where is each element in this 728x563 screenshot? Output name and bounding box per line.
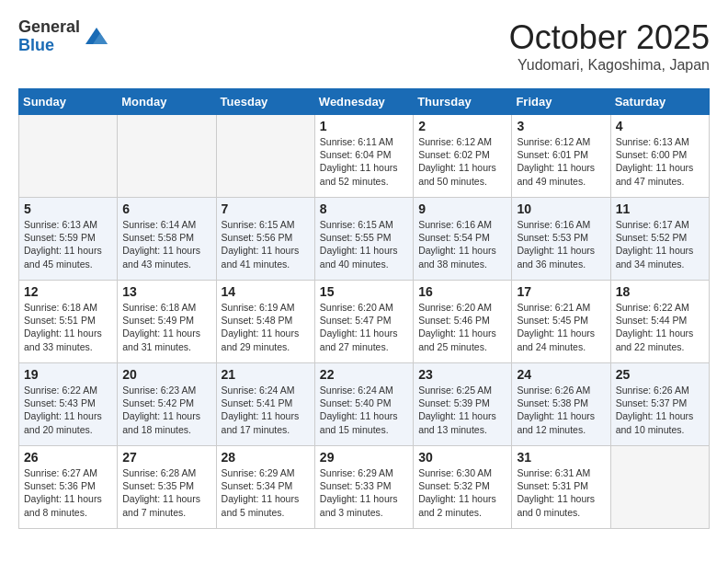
calendar-table: SundayMondayTuesdayWednesdayThursdayFrid… [18,88,710,529]
calendar-day-11: 11Sunrise: 6:17 AM Sunset: 5:52 PM Dayli… [610,198,709,281]
calendar-empty-cell [610,446,709,529]
calendar-day-27: 27Sunrise: 6:28 AM Sunset: 5:35 PM Dayli… [118,446,216,529]
cell-sun-info: Sunrise: 6:24 AM Sunset: 5:41 PM Dayligh… [222,384,310,436]
cell-sun-info: Sunrise: 6:29 AM Sunset: 5:33 PM Dayligh… [320,466,408,519]
cell-sun-info: Sunrise: 6:26 AM Sunset: 5:37 PM Dayligh… [616,384,704,436]
cell-sun-info: Sunrise: 6:13 AM Sunset: 6:00 PM Dayligh… [616,135,704,188]
calendar-day-21: 21Sunrise: 6:24 AM Sunset: 5:41 PM Dayli… [216,363,314,446]
cell-sun-info: Sunrise: 6:16 AM Sunset: 5:53 PM Dayligh… [517,218,605,270]
date-number: 7 [222,201,310,216]
cell-sun-info: Sunrise: 6:15 AM Sunset: 5:56 PM Dayligh… [222,218,310,270]
cell-sun-info: Sunrise: 6:26 AM Sunset: 5:38 PM Dayligh… [517,384,605,436]
cell-sun-info: Sunrise: 6:16 AM Sunset: 5:54 PM Dayligh… [418,218,506,270]
date-number: 11 [616,201,704,216]
calendar-day-28: 28Sunrise: 6:29 AM Sunset: 5:34 PM Dayli… [216,446,314,529]
calendar-day-16: 16Sunrise: 6:20 AM Sunset: 5:46 PM Dayli… [414,281,512,363]
calendar-day-9: 9Sunrise: 6:16 AM Sunset: 5:54 PM Daylig… [414,198,512,281]
calendar-day-14: 14Sunrise: 6:19 AM Sunset: 5:48 PM Dayli… [216,281,314,363]
date-number: 31 [517,450,605,465]
cell-sun-info: Sunrise: 6:12 AM Sunset: 6:01 PM Dayligh… [517,135,605,188]
calendar-day-23: 23Sunrise: 6:25 AM Sunset: 5:39 PM Dayli… [414,363,512,446]
cell-sun-info: Sunrise: 6:20 AM Sunset: 5:46 PM Dayligh… [418,301,506,353]
calendar-week-row: 5Sunrise: 6:13 AM Sunset: 5:59 PM Daylig… [19,198,710,281]
title-block: October 2025 Yudomari, Kagoshima, Japan [509,18,710,74]
cell-sun-info: Sunrise: 6:27 AM Sunset: 5:36 PM Dayligh… [24,466,112,519]
calendar-empty-cell [19,115,118,198]
day-header-thursday: Thursday [414,89,512,115]
calendar-day-15: 15Sunrise: 6:20 AM Sunset: 5:47 PM Dayli… [314,281,413,363]
calendar-day-24: 24Sunrise: 6:26 AM Sunset: 5:38 PM Dayli… [512,363,610,446]
cell-sun-info: Sunrise: 6:18 AM Sunset: 5:51 PM Dayligh… [24,301,112,353]
calendar-week-row: 1Sunrise: 6:11 AM Sunset: 6:04 PM Daylig… [19,115,710,198]
calendar-day-7: 7Sunrise: 6:15 AM Sunset: 5:56 PM Daylig… [216,198,314,281]
day-header-monday: Monday [118,89,216,115]
date-number: 12 [24,284,112,299]
day-header-saturday: Saturday [610,89,709,115]
cell-sun-info: Sunrise: 6:18 AM Sunset: 5:49 PM Dayligh… [122,301,210,353]
calendar-week-row: 19Sunrise: 6:22 AM Sunset: 5:43 PM Dayli… [19,363,710,446]
logo-general-text: General [18,18,80,37]
date-number: 24 [517,367,605,382]
calendar-day-17: 17Sunrise: 6:21 AM Sunset: 5:45 PM Dayli… [512,281,610,363]
cell-sun-info: Sunrise: 6:23 AM Sunset: 5:42 PM Dayligh… [122,384,210,436]
cell-sun-info: Sunrise: 6:21 AM Sunset: 5:45 PM Dayligh… [517,301,605,353]
date-number: 13 [122,284,210,299]
date-number: 23 [418,367,506,382]
date-number: 1 [320,119,408,133]
month-title: October 2025 [509,18,710,57]
cell-sun-info: Sunrise: 6:25 AM Sunset: 5:39 PM Dayligh… [418,384,506,436]
date-number: 19 [24,367,112,382]
cell-sun-info: Sunrise: 6:13 AM Sunset: 5:59 PM Dayligh… [24,218,112,270]
logo: General Blue [18,18,109,55]
date-number: 9 [418,201,506,216]
calendar-day-29: 29Sunrise: 6:29 AM Sunset: 5:33 PM Dayli… [314,446,413,529]
cell-sun-info: Sunrise: 6:20 AM Sunset: 5:47 PM Dayligh… [320,301,408,353]
cell-sun-info: Sunrise: 6:17 AM Sunset: 5:52 PM Dayligh… [616,218,704,270]
location: Yudomari, Kagoshima, Japan [509,57,710,74]
calendar-day-22: 22Sunrise: 6:24 AM Sunset: 5:40 PM Dayli… [314,363,413,446]
date-number: 28 [222,450,310,465]
date-number: 4 [616,119,704,133]
calendar-day-12: 12Sunrise: 6:18 AM Sunset: 5:51 PM Dayli… [19,281,118,363]
calendar-empty-cell [216,115,314,198]
day-header-sunday: Sunday [19,89,118,115]
calendar-day-19: 19Sunrise: 6:22 AM Sunset: 5:43 PM Dayli… [19,363,118,446]
date-number: 3 [517,119,605,133]
calendar-day-26: 26Sunrise: 6:27 AM Sunset: 5:36 PM Dayli… [19,446,118,529]
day-header-tuesday: Tuesday [216,89,314,115]
day-header-row: SundayMondayTuesdayWednesdayThursdayFrid… [19,89,710,115]
calendar-day-20: 20Sunrise: 6:23 AM Sunset: 5:42 PM Dayli… [118,363,216,446]
cell-sun-info: Sunrise: 6:15 AM Sunset: 5:55 PM Dayligh… [320,218,408,270]
cell-sun-info: Sunrise: 6:31 AM Sunset: 5:31 PM Dayligh… [517,466,605,519]
cell-sun-info: Sunrise: 6:19 AM Sunset: 5:48 PM Dayligh… [222,301,310,353]
logo-icon [84,24,109,50]
date-number: 30 [418,450,506,465]
date-number: 5 [24,201,112,216]
date-number: 10 [517,201,605,216]
date-number: 26 [24,450,112,465]
cell-sun-info: Sunrise: 6:11 AM Sunset: 6:04 PM Dayligh… [320,135,408,188]
date-number: 25 [616,367,704,382]
calendar-day-5: 5Sunrise: 6:13 AM Sunset: 5:59 PM Daylig… [19,198,118,281]
calendar-day-30: 30Sunrise: 6:30 AM Sunset: 5:32 PM Dayli… [414,446,512,529]
date-number: 18 [616,284,704,299]
calendar-day-18: 18Sunrise: 6:22 AM Sunset: 5:44 PM Dayli… [610,281,709,363]
date-number: 29 [320,450,408,465]
date-number: 15 [320,284,408,299]
calendar-day-31: 31Sunrise: 6:31 AM Sunset: 5:31 PM Dayli… [512,446,610,529]
cell-sun-info: Sunrise: 6:12 AM Sunset: 6:02 PM Dayligh… [418,135,506,188]
date-number: 2 [418,119,506,133]
calendar-week-row: 12Sunrise: 6:18 AM Sunset: 5:51 PM Dayli… [19,281,710,363]
calendar-day-10: 10Sunrise: 6:16 AM Sunset: 5:53 PM Dayli… [512,198,610,281]
calendar-day-3: 3Sunrise: 6:12 AM Sunset: 6:01 PM Daylig… [512,115,610,198]
calendar-day-1: 1Sunrise: 6:11 AM Sunset: 6:04 PM Daylig… [314,115,413,198]
date-number: 8 [320,201,408,216]
cell-sun-info: Sunrise: 6:22 AM Sunset: 5:44 PM Dayligh… [616,301,704,353]
cell-sun-info: Sunrise: 6:29 AM Sunset: 5:34 PM Dayligh… [222,466,310,519]
cell-sun-info: Sunrise: 6:30 AM Sunset: 5:32 PM Dayligh… [418,466,506,519]
date-number: 21 [222,367,310,382]
date-number: 16 [418,284,506,299]
calendar-day-2: 2Sunrise: 6:12 AM Sunset: 6:02 PM Daylig… [414,115,512,198]
date-number: 6 [122,201,210,216]
cell-sun-info: Sunrise: 6:28 AM Sunset: 5:35 PM Dayligh… [122,466,210,519]
